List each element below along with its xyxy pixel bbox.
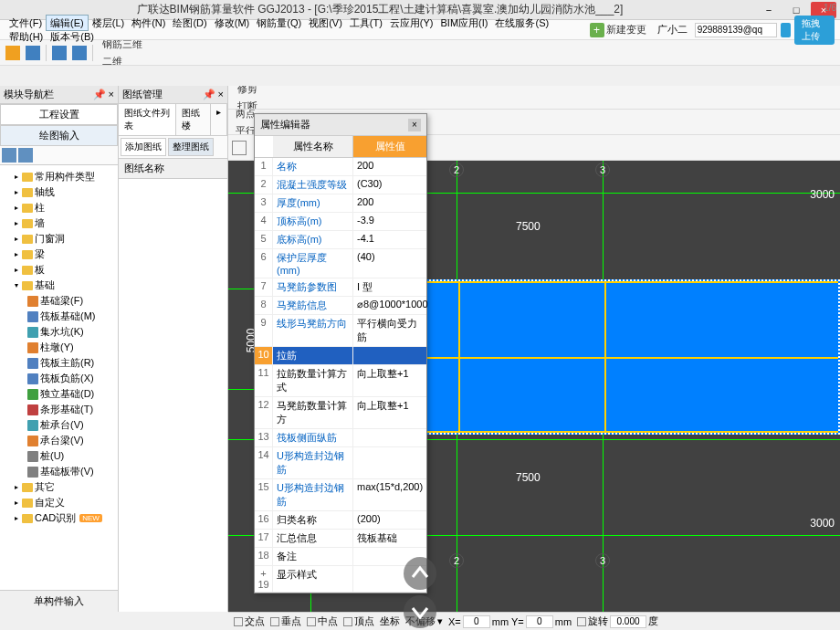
plus-icon: + [590,23,604,37]
tree-folder[interactable]: 其它 [2,479,116,495]
menu-item[interactable]: 构件(N) [128,16,169,30]
tree-node[interactable]: 桩(U) [2,448,116,464]
edit-tool-button[interactable]: 修剪 [234,86,281,98]
nav-up-arrow[interactable] [402,555,438,592]
tree-node[interactable]: 筏板主筋(R) [2,355,116,371]
node-icon [27,404,38,415]
menu-item[interactable]: BIM应用(I) [437,16,492,30]
rotate-check[interactable] [577,617,586,626]
snap-intersection-check[interactable] [234,617,243,626]
tree-node[interactable]: 柱墩(Y) [2,340,116,355]
tree-node[interactable]: 承台梁(V) [2,433,116,448]
tree-folder[interactable]: 常用构件类型 [2,169,116,184]
organize-drawing-button[interactable]: 整理图纸 [168,138,214,156]
close-icon[interactable]: × [408,119,421,131]
tree-node[interactable]: 独立基础(D) [2,386,116,402]
user-email-input[interactable] [695,23,777,37]
tree-node[interactable]: 集水坑(K) [2,324,116,340]
menu-item[interactable]: 编辑(E) [46,15,89,31]
undo-icon[interactable] [52,46,67,60]
tree-node[interactable]: 条形基础(T) [2,402,116,417]
property-row[interactable]: 8马凳筋信息⌀8@1000*1000 [255,297,426,315]
tree-folder[interactable]: 梁 [2,247,116,262]
tree-node[interactable]: 筏板负筋(X) [2,371,116,386]
menu-item[interactable]: 工具(T) [346,16,386,30]
property-row[interactable]: 6保护层厚度(mm)(40) [255,249,426,278]
save-icon[interactable] [26,46,40,60]
statusbar: 交点 垂点 中点 顶点 坐标 不偏移 ▾ X=mm Y=mm 旋转度 [228,612,840,630]
tree-expand-icon[interactable] [2,148,16,163]
guangxiaoer-menu[interactable]: 广小二 [654,21,691,38]
tree-node[interactable]: 筏板基础(M) [2,309,116,324]
tree-node[interactable]: 基础板带(V) [2,464,116,479]
component-tree[interactable]: 常用构件类型轴线柱墙门窗洞梁板基础基础梁(F)筏板基础(M)集水坑(K)柱墩(Y… [0,165,118,590]
property-row[interactable]: 16归类名称(200) [255,511,426,530]
folder-icon [22,514,33,523]
property-row[interactable]: 4顶标高(m)-3.9 [255,213,426,231]
tab-drawing-filelist[interactable]: 图纸文件列表 [119,104,176,135]
open-icon[interactable] [5,46,20,60]
menu-item[interactable]: 绘图(D) [169,16,210,30]
redo-icon[interactable] [72,46,87,60]
tree-collapse-icon[interactable] [18,148,33,163]
property-row[interactable]: 3厚度(mm)200 [255,194,426,213]
nav-down-arrow[interactable] [402,593,438,630]
menu-item[interactable]: 视图(V) [305,16,346,30]
edit-tool-button[interactable]: 打断 [234,98,281,110]
y-input[interactable] [526,615,553,628]
tree-folder[interactable]: 墙 [2,215,116,231]
tab-arrow[interactable]: ▸ [211,104,227,135]
property-row[interactable]: + 19显示样式 [255,566,426,593]
tab-project-settings[interactable]: 工程设置 [0,104,118,125]
property-row[interactable]: 15U形构造封边钢筋max(15*d,200) [255,479,426,511]
property-row[interactable]: 10拉筋 [255,347,426,365]
property-row[interactable]: 5底标高(m)-4.1 [255,231,426,249]
pin-icon[interactable]: 📌 × [93,89,114,100]
x-input[interactable] [463,615,490,628]
property-row[interactable]: 14U形构造封边钢筋 [255,447,426,479]
tree-folder[interactable]: 板 [2,262,116,278]
snap-vertex-check[interactable] [343,617,352,626]
property-row[interactable]: 13筏板侧面纵筋 [255,429,426,447]
menu-item[interactable]: 帮助(H) [5,29,47,44]
toolbar-button[interactable]: 钢筋三维 [99,40,156,53]
add-drawing-button[interactable]: 添加图纸 [121,138,166,156]
menu-item[interactable]: 云应用(Y) [386,16,437,30]
refresh-icon[interactable] [781,23,791,37]
tab-draw-input[interactable]: 绘图输入 [0,125,118,146]
tab-single-component[interactable]: 单构件输入 [0,590,118,612]
menu-item[interactable]: 文件(F) [5,16,46,30]
angle-input[interactable] [610,615,646,628]
tree-folder[interactable]: CAD识别NEW [2,510,116,526]
toolbar-button[interactable]: 二维 [99,53,156,67]
property-row[interactable]: 11拉筋数量计算方式向上取整+1 [255,365,426,397]
select-icon[interactable] [232,141,247,155]
property-row[interactable]: 17汇总信息筏板基础 [255,530,426,548]
tree-folder[interactable]: 门窗洞 [2,231,116,247]
property-row[interactable]: 1名称200 [255,158,426,176]
snap-perp-check[interactable] [270,617,279,626]
tree-node[interactable]: 桩承台(V) [2,417,116,433]
menu-item[interactable]: 修改(M) [211,16,254,30]
new-change-menu[interactable]: +新建变更 [586,21,650,39]
menu-item[interactable]: 钢筋量(Q) [253,16,305,30]
tree-folder[interactable]: 自定义 [2,495,116,510]
tree-folder[interactable]: 基础 [2,278,116,293]
snap-mid-check[interactable] [307,617,316,626]
property-row[interactable]: 9线形马凳筋方向平行横向受力筋 [255,315,426,347]
property-row[interactable]: 12马凳筋数量计算方向上取整+1 [255,397,426,429]
tree-folder[interactable]: 柱 [2,200,116,215]
property-row[interactable]: 7马凳筋参数图I 型 [255,278,426,297]
property-row[interactable]: 2混凝土强度等级(C30) [255,176,426,194]
menu-item[interactable]: 楼层(L) [89,16,128,30]
tab-drawing-floor[interactable]: 图纸楼 [176,104,211,135]
upload-button[interactable]: 拖拽上传 [794,16,835,45]
property-row[interactable]: 18备注 [255,548,426,566]
property-editor: 属性编辑器 × 属性名称 属性值 1名称2002混凝土强度等级(C30)3厚度(… [254,113,427,593]
menu-item[interactable]: 在线服务(S) [491,16,552,30]
menu-item[interactable]: 版本号(B) [47,29,98,44]
pin-icon[interactable]: 📌 × [203,89,224,100]
drawing-list-body[interactable] [119,179,227,612]
tree-folder[interactable]: 轴线 [2,184,116,200]
tree-node[interactable]: 基础梁(F) [2,293,116,309]
